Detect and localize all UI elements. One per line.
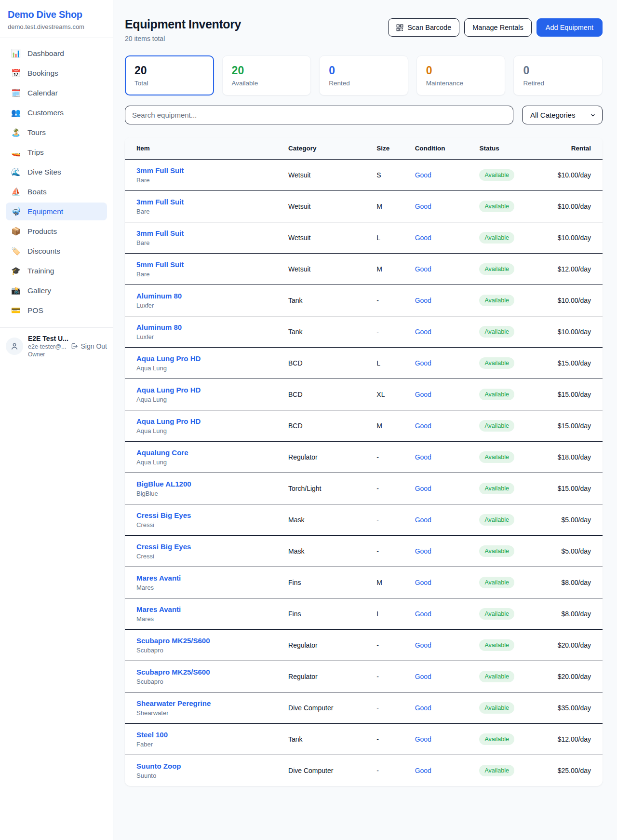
page-title: Equipment Inventory [125,17,241,31]
item-name-link[interactable]: Aluminum 80 [136,323,277,331]
size-cell: - [371,442,409,473]
sidebar-item-bookings[interactable]: 📅Bookings [6,64,107,82]
add-equipment-button[interactable]: Add Equipment [537,18,603,37]
condition-link[interactable]: Good [415,485,431,492]
manage-rentals-button[interactable]: Manage Rentals [464,18,532,37]
item-name-link[interactable]: Aqua Lung Pro HD [136,386,277,394]
sidebar-item-trips[interactable]: 🚤Trips [6,143,107,161]
item-name-link[interactable]: Aqua Lung Pro HD [136,417,277,425]
condition-cell: Good [409,724,474,755]
item-cell: Shearwater PeregrineShearwater [125,692,282,724]
stat-card-total[interactable]: 20Total [125,55,214,95]
item-brand: Mares [136,584,277,591]
condition-link[interactable]: Good [415,359,431,367]
sidebar-item-tours[interactable]: 🏝️Tours [6,123,107,141]
size-cell: M [371,410,409,442]
item-cell: Steel 100Faber [125,724,282,755]
sidebar-item-discounts[interactable]: 🏷️Discounts [6,242,107,260]
table-body: 3mm Full SuitBareWetsuitSGoodAvailable$1… [125,160,603,786]
condition-link[interactable]: Good [415,203,431,210]
condition-link[interactable]: Good [415,453,431,461]
condition-link[interactable]: Good [415,673,431,680]
stat-card-rented[interactable]: 0Rented [319,55,408,95]
item-name-link[interactable]: Aqualung Core [136,448,277,457]
item-name-link[interactable]: Cressi Big Eyes [136,511,277,519]
condition-link[interactable]: Good [415,234,431,242]
status-badge: Available [479,232,514,244]
search-input[interactable] [125,106,513,124]
sign-out-icon [70,342,78,350]
scan-barcode-button[interactable]: Scan Barcode [388,18,459,37]
item-name-link[interactable]: BigBlue AL1200 [136,480,277,488]
sidebar-item-products[interactable]: 📦Products [6,222,107,240]
item-name-link[interactable]: 3mm Full Suit [136,198,277,206]
size-cell: - [371,536,409,567]
sidebar-item-dive-sites[interactable]: 🌊Dive Sites [6,163,107,181]
column-header-status: Status [473,137,545,160]
sidebar-item-pos[interactable]: 💳POS [6,301,107,319]
condition-link[interactable]: Good [415,328,431,336]
status-badge: Available [479,483,514,494]
item-name-link[interactable]: Cressi Big Eyes [136,542,277,551]
item-name-link[interactable]: Aqua Lung Pro HD [136,354,277,363]
status-cell: Available [473,285,545,316]
item-name-link[interactable]: 3mm Full Suit [136,229,277,237]
brand-domain: demo.test.divestreams.com [8,23,105,30]
equipment-table-card: ItemCategorySizeConditionStatusRental 3m… [125,137,603,786]
condition-link[interactable]: Good [415,641,431,649]
item-name-link[interactable]: 5mm Full Suit [136,260,277,269]
status-badge: Available [479,326,514,338]
stat-card-maintenance[interactable]: 0Maintenance [416,55,506,95]
item-brand: Aqua Lung [136,459,277,466]
sidebar-item-label: Gallery [27,286,51,295]
status-badge: Available [479,263,514,275]
sidebar-item-dashboard[interactable]: 📊Dashboard [6,44,107,62]
sidebar-item-customers[interactable]: 👥Customers [6,104,107,122]
item-name-link[interactable]: Suunto Zoop [136,762,277,770]
condition-link[interactable]: Good [415,422,431,430]
brand-block: Demo Dive Shop demo.test.divestreams.com [0,0,113,38]
item-name-link[interactable]: Scubapro MK25/S600 [136,668,277,676]
size-cell: S [371,160,409,191]
rental-cell: $20.00/day [545,630,603,661]
sidebar-item-equipment[interactable]: 🤿Equipment [6,203,107,220]
search-row: All Categories [125,106,603,124]
condition-link[interactable]: Good [415,767,431,774]
condition-link[interactable]: Good [415,610,431,618]
item-name-link[interactable]: Steel 100 [136,731,277,739]
item-name-link[interactable]: Mares Avanti [136,574,277,582]
condition-link[interactable]: Good [415,579,431,586]
sidebar-item-boats[interactable]: ⛵Boats [6,183,107,201]
rental-cell: $5.00/day [545,536,603,567]
item-brand: Luxfer [136,302,277,309]
condition-link[interactable]: Good [415,516,431,524]
stat-card-retired[interactable]: 0Retired [513,55,603,95]
condition-link[interactable]: Good [415,265,431,273]
condition-cell: Good [409,160,474,191]
item-name-link[interactable]: Mares Avanti [136,605,277,613]
brand[interactable]: Demo Dive Shop [8,9,105,20]
condition-link[interactable]: Good [415,297,431,304]
condition-link[interactable]: Good [415,735,431,743]
status-badge: Available [479,702,514,714]
item-name-link[interactable]: Aluminum 80 [136,292,277,300]
status-badge: Available [479,169,514,181]
condition-link[interactable]: Good [415,547,431,555]
stat-card-available[interactable]: 20Available [222,55,311,95]
category-cell: Mask [282,504,371,536]
condition-cell: Good [409,504,474,536]
condition-link[interactable]: Good [415,391,431,398]
sidebar-item-calendar[interactable]: 🗓️Calendar [6,84,107,102]
condition-cell: Good [409,473,474,504]
condition-link[interactable]: Good [415,171,431,179]
sidebar: Demo Dive Shop demo.test.divestreams.com… [0,0,113,840]
condition-link[interactable]: Good [415,704,431,712]
item-name-link[interactable]: 3mm Full Suit [136,166,277,175]
sidebar-item-gallery[interactable]: 📸Gallery [6,282,107,299]
sidebar-item-training[interactable]: 🎓Training [6,262,107,280]
item-name-link[interactable]: Shearwater Peregrine [136,699,277,707]
item-name-link[interactable]: Scubapro MK25/S600 [136,637,277,645]
category-select[interactable]: All Categories [522,106,603,124]
sign-out-button[interactable]: Sign Out [70,342,107,350]
stat-value-maintenance: 0 [426,64,496,77]
